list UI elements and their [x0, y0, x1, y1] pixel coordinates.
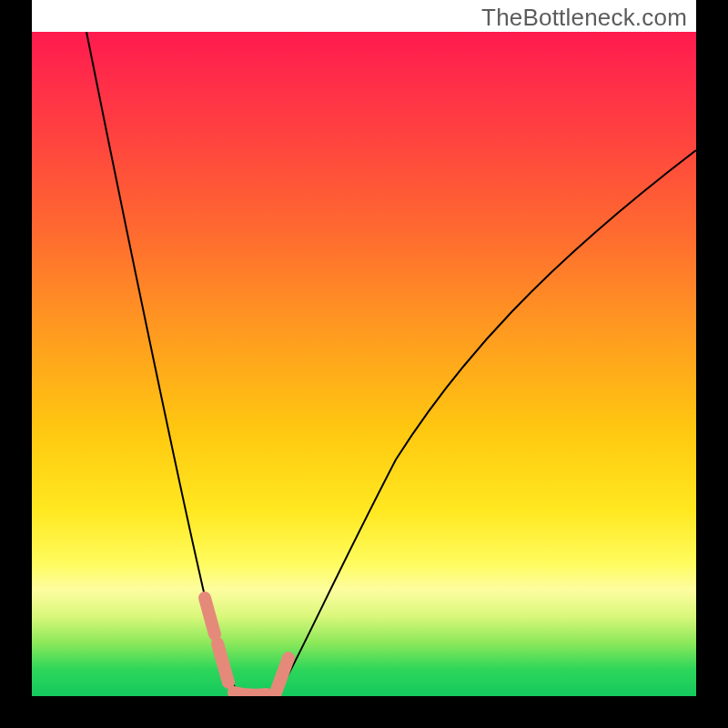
marker-left-lower [217, 643, 228, 682]
watermark-bar: TheBottleneck.com [32, 0, 696, 32]
marker-right [276, 658, 288, 693]
curve-right [278, 150, 696, 694]
chart-area [32, 32, 696, 696]
marker-left-upper [205, 598, 215, 634]
watermark-text: TheBottleneck.com [481, 4, 687, 32]
bottleneck-curve [32, 32, 696, 696]
marker-valley [234, 693, 267, 695]
curve-left [86, 32, 239, 694]
